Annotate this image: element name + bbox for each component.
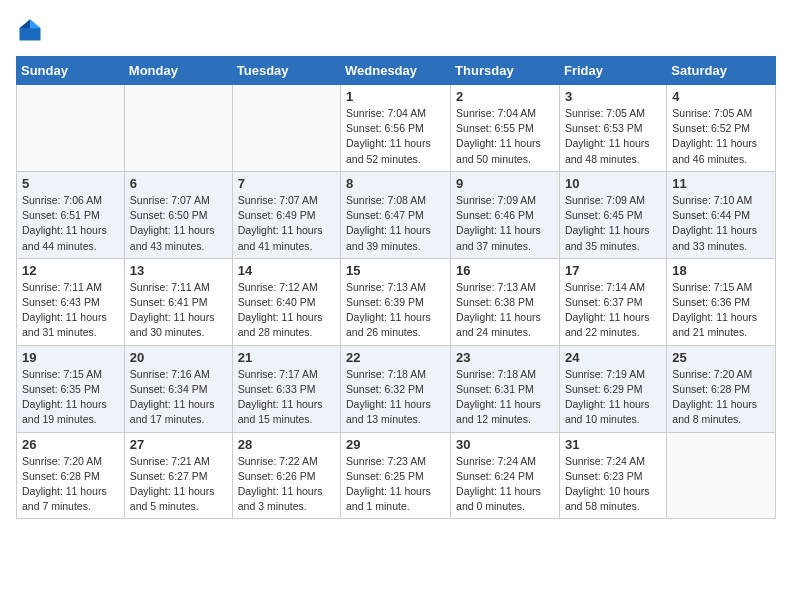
calendar-cell: 4Sunrise: 7:05 AM Sunset: 6:52 PM Daylig… (667, 85, 776, 172)
calendar-cell: 17Sunrise: 7:14 AM Sunset: 6:37 PM Dayli… (559, 258, 666, 345)
day-number: 8 (346, 176, 445, 191)
day-number: 4 (672, 89, 770, 104)
calendar-cell (17, 85, 125, 172)
weekday-header: Thursday (451, 57, 560, 85)
calendar-cell: 8Sunrise: 7:08 AM Sunset: 6:47 PM Daylig… (341, 171, 451, 258)
day-number: 11 (672, 176, 770, 191)
calendar-cell: 1Sunrise: 7:04 AM Sunset: 6:56 PM Daylig… (341, 85, 451, 172)
calendar-cell: 16Sunrise: 7:13 AM Sunset: 6:38 PM Dayli… (451, 258, 560, 345)
day-number: 23 (456, 350, 554, 365)
page-header (16, 16, 776, 44)
day-number: 5 (22, 176, 119, 191)
calendar-cell: 29Sunrise: 7:23 AM Sunset: 6:25 PM Dayli… (341, 432, 451, 519)
day-number: 20 (130, 350, 227, 365)
calendar-cell: 15Sunrise: 7:13 AM Sunset: 6:39 PM Dayli… (341, 258, 451, 345)
day-info: Sunrise: 7:13 AM Sunset: 6:38 PM Dayligh… (456, 280, 554, 341)
day-number: 3 (565, 89, 661, 104)
logo (16, 16, 48, 44)
calendar-week-row: 12Sunrise: 7:11 AM Sunset: 6:43 PM Dayli… (17, 258, 776, 345)
calendar-cell: 9Sunrise: 7:09 AM Sunset: 6:46 PM Daylig… (451, 171, 560, 258)
day-info: Sunrise: 7:21 AM Sunset: 6:27 PM Dayligh… (130, 454, 227, 515)
day-number: 30 (456, 437, 554, 452)
day-number: 21 (238, 350, 335, 365)
day-info: Sunrise: 7:10 AM Sunset: 6:44 PM Dayligh… (672, 193, 770, 254)
day-number: 14 (238, 263, 335, 278)
day-info: Sunrise: 7:05 AM Sunset: 6:52 PM Dayligh… (672, 106, 770, 167)
weekday-header: Tuesday (232, 57, 340, 85)
day-info: Sunrise: 7:24 AM Sunset: 6:23 PM Dayligh… (565, 454, 661, 515)
day-info: Sunrise: 7:08 AM Sunset: 6:47 PM Dayligh… (346, 193, 445, 254)
day-info: Sunrise: 7:23 AM Sunset: 6:25 PM Dayligh… (346, 454, 445, 515)
calendar-week-row: 1Sunrise: 7:04 AM Sunset: 6:56 PM Daylig… (17, 85, 776, 172)
day-info: Sunrise: 7:12 AM Sunset: 6:40 PM Dayligh… (238, 280, 335, 341)
day-info: Sunrise: 7:04 AM Sunset: 6:55 PM Dayligh… (456, 106, 554, 167)
svg-marker-1 (30, 20, 41, 29)
day-info: Sunrise: 7:24 AM Sunset: 6:24 PM Dayligh… (456, 454, 554, 515)
day-number: 31 (565, 437, 661, 452)
weekday-header: Wednesday (341, 57, 451, 85)
day-number: 13 (130, 263, 227, 278)
day-number: 9 (456, 176, 554, 191)
day-info: Sunrise: 7:09 AM Sunset: 6:45 PM Dayligh… (565, 193, 661, 254)
calendar-cell: 25Sunrise: 7:20 AM Sunset: 6:28 PM Dayli… (667, 345, 776, 432)
day-number: 24 (565, 350, 661, 365)
day-info: Sunrise: 7:16 AM Sunset: 6:34 PM Dayligh… (130, 367, 227, 428)
day-number: 15 (346, 263, 445, 278)
calendar-week-row: 26Sunrise: 7:20 AM Sunset: 6:28 PM Dayli… (17, 432, 776, 519)
day-number: 19 (22, 350, 119, 365)
calendar-cell: 14Sunrise: 7:12 AM Sunset: 6:40 PM Dayli… (232, 258, 340, 345)
calendar-week-row: 19Sunrise: 7:15 AM Sunset: 6:35 PM Dayli… (17, 345, 776, 432)
day-number: 16 (456, 263, 554, 278)
day-info: Sunrise: 7:14 AM Sunset: 6:37 PM Dayligh… (565, 280, 661, 341)
calendar-cell: 23Sunrise: 7:18 AM Sunset: 6:31 PM Dayli… (451, 345, 560, 432)
day-info: Sunrise: 7:09 AM Sunset: 6:46 PM Dayligh… (456, 193, 554, 254)
day-info: Sunrise: 7:06 AM Sunset: 6:51 PM Dayligh… (22, 193, 119, 254)
day-info: Sunrise: 7:15 AM Sunset: 6:36 PM Dayligh… (672, 280, 770, 341)
day-number: 17 (565, 263, 661, 278)
calendar-cell: 6Sunrise: 7:07 AM Sunset: 6:50 PM Daylig… (124, 171, 232, 258)
calendar-cell: 3Sunrise: 7:05 AM Sunset: 6:53 PM Daylig… (559, 85, 666, 172)
day-info: Sunrise: 7:22 AM Sunset: 6:26 PM Dayligh… (238, 454, 335, 515)
calendar-cell: 11Sunrise: 7:10 AM Sunset: 6:44 PM Dayli… (667, 171, 776, 258)
day-number: 25 (672, 350, 770, 365)
day-info: Sunrise: 7:07 AM Sunset: 6:50 PM Dayligh… (130, 193, 227, 254)
day-info: Sunrise: 7:11 AM Sunset: 6:43 PM Dayligh… (22, 280, 119, 341)
day-number: 12 (22, 263, 119, 278)
day-number: 27 (130, 437, 227, 452)
calendar-cell: 2Sunrise: 7:04 AM Sunset: 6:55 PM Daylig… (451, 85, 560, 172)
calendar-cell: 7Sunrise: 7:07 AM Sunset: 6:49 PM Daylig… (232, 171, 340, 258)
day-number: 28 (238, 437, 335, 452)
day-info: Sunrise: 7:13 AM Sunset: 6:39 PM Dayligh… (346, 280, 445, 341)
svg-marker-2 (20, 20, 31, 29)
calendar-cell: 21Sunrise: 7:17 AM Sunset: 6:33 PM Dayli… (232, 345, 340, 432)
calendar-cell: 18Sunrise: 7:15 AM Sunset: 6:36 PM Dayli… (667, 258, 776, 345)
day-number: 1 (346, 89, 445, 104)
day-number: 18 (672, 263, 770, 278)
day-info: Sunrise: 7:18 AM Sunset: 6:32 PM Dayligh… (346, 367, 445, 428)
day-number: 2 (456, 89, 554, 104)
calendar-header-row: SundayMondayTuesdayWednesdayThursdayFrid… (17, 57, 776, 85)
calendar-table: SundayMondayTuesdayWednesdayThursdayFrid… (16, 56, 776, 519)
calendar-cell: 26Sunrise: 7:20 AM Sunset: 6:28 PM Dayli… (17, 432, 125, 519)
day-info: Sunrise: 7:20 AM Sunset: 6:28 PM Dayligh… (22, 454, 119, 515)
calendar-cell: 19Sunrise: 7:15 AM Sunset: 6:35 PM Dayli… (17, 345, 125, 432)
day-info: Sunrise: 7:05 AM Sunset: 6:53 PM Dayligh… (565, 106, 661, 167)
calendar-cell: 20Sunrise: 7:16 AM Sunset: 6:34 PM Dayli… (124, 345, 232, 432)
weekday-header: Saturday (667, 57, 776, 85)
day-info: Sunrise: 7:04 AM Sunset: 6:56 PM Dayligh… (346, 106, 445, 167)
calendar-cell: 22Sunrise: 7:18 AM Sunset: 6:32 PM Dayli… (341, 345, 451, 432)
calendar-cell: 27Sunrise: 7:21 AM Sunset: 6:27 PM Dayli… (124, 432, 232, 519)
day-info: Sunrise: 7:18 AM Sunset: 6:31 PM Dayligh… (456, 367, 554, 428)
day-number: 22 (346, 350, 445, 365)
calendar-cell (667, 432, 776, 519)
calendar-cell: 28Sunrise: 7:22 AM Sunset: 6:26 PM Dayli… (232, 432, 340, 519)
day-number: 26 (22, 437, 119, 452)
day-info: Sunrise: 7:15 AM Sunset: 6:35 PM Dayligh… (22, 367, 119, 428)
day-number: 7 (238, 176, 335, 191)
day-info: Sunrise: 7:17 AM Sunset: 6:33 PM Dayligh… (238, 367, 335, 428)
weekday-header: Monday (124, 57, 232, 85)
day-info: Sunrise: 7:19 AM Sunset: 6:29 PM Dayligh… (565, 367, 661, 428)
day-info: Sunrise: 7:20 AM Sunset: 6:28 PM Dayligh… (672, 367, 770, 428)
day-number: 10 (565, 176, 661, 191)
day-info: Sunrise: 7:11 AM Sunset: 6:41 PM Dayligh… (130, 280, 227, 341)
